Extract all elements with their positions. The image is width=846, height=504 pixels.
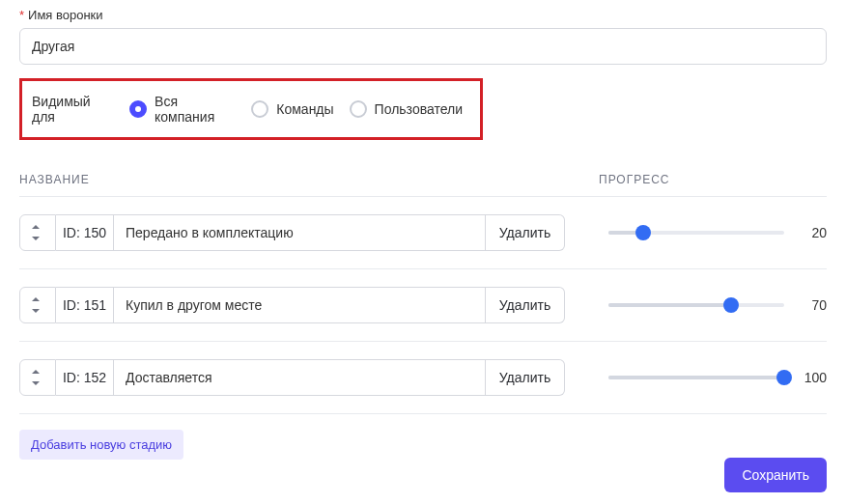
- radio-label-text: Вся компания: [155, 94, 236, 125]
- drag-handle[interactable]: [19, 214, 56, 251]
- progress-value: 100: [796, 370, 827, 385]
- sort-icon: [32, 370, 43, 385]
- visibility-radio-all-company[interactable]: Вся компания: [129, 94, 236, 125]
- progress-slider[interactable]: [608, 296, 784, 314]
- sort-icon: [32, 225, 43, 240]
- visibility-label: Видимый для: [32, 94, 116, 125]
- delete-button[interactable]: Удалить: [486, 214, 565, 251]
- delete-button[interactable]: Удалить: [486, 359, 565, 396]
- stage-name-input[interactable]: [114, 215, 485, 250]
- visibility-section: Видимый для Вся компания Команды Пользов…: [19, 78, 483, 140]
- visibility-radio-users[interactable]: Пользователи: [350, 100, 463, 118]
- sort-icon: [32, 297, 43, 313]
- stage-name-input[interactable]: [114, 360, 485, 395]
- stage-name-input[interactable]: [114, 288, 485, 322]
- visibility-radio-group: Вся компания Команды Пользователи: [129, 94, 470, 125]
- stage-row: ID: 152 Удалить 100: [19, 342, 827, 414]
- progress-value: 20: [796, 225, 827, 240]
- radio-label-text: Пользователи: [375, 101, 463, 117]
- radio-icon: [251, 100, 268, 118]
- stage-id: ID: 152: [56, 359, 114, 396]
- save-button[interactable]: Сохранить: [724, 458, 827, 492]
- stage-row: ID: 150 Удалить 20: [19, 197, 827, 269]
- column-progress-header: ПРОГРЕСС: [599, 173, 827, 186]
- column-name-header: НАЗВАНИЕ: [19, 173, 599, 186]
- stages-header: НАЗВАНИЕ ПРОГРЕСС: [19, 161, 827, 197]
- funnel-name-input[interactable]: [19, 28, 827, 65]
- progress-slider[interactable]: [608, 369, 784, 386]
- required-asterisk: *: [19, 8, 24, 22]
- stage-row: ID: 151 Удалить 70: [19, 269, 827, 342]
- stage-id: ID: 150: [56, 214, 114, 251]
- radio-label-text: Команды: [276, 101, 333, 117]
- progress-value: 70: [796, 297, 827, 313]
- visibility-radio-teams[interactable]: Команды: [251, 100, 333, 118]
- add-stage-button[interactable]: Добавить новую стадию: [19, 430, 183, 460]
- drag-handle[interactable]: [19, 359, 56, 396]
- delete-button[interactable]: Удалить: [486, 287, 565, 323]
- stage-id: ID: 151: [56, 287, 114, 323]
- progress-slider[interactable]: [608, 224, 784, 241]
- drag-handle[interactable]: [19, 287, 56, 323]
- radio-icon: [350, 100, 367, 118]
- radio-icon: [129, 100, 147, 118]
- funnel-name-label: *Имя воронки: [19, 8, 827, 22]
